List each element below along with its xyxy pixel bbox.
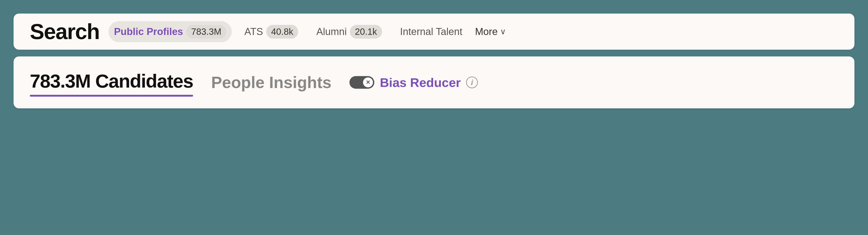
tab-public-profiles[interactable]: Public Profiles 783.3M — [108, 21, 232, 42]
toggle-x-icon: ✕ — [366, 79, 370, 86]
toggle-knob: ✕ — [363, 77, 373, 87]
bias-reducer-label: Bias Reducer — [380, 75, 461, 90]
tab-ats-count: 40.8k — [266, 25, 298, 39]
bias-reducer-section: ✕ Bias Reducer i — [349, 75, 478, 90]
candidates-card: 783.3M Candidates People Insights ✕ Bias… — [13, 57, 855, 108]
bias-reducer-toggle[interactable]: ✕ — [349, 76, 374, 89]
tab-public-profiles-label: Public Profiles — [114, 26, 183, 37]
tab-internal-talent[interactable]: Internal Talent — [395, 22, 468, 41]
tab-ats-label: ATS — [244, 26, 263, 37]
tab-alumni-count: 20.1k — [350, 25, 382, 39]
tab-alumni-label: Alumni — [316, 26, 347, 37]
tab-ats[interactable]: ATS 40.8k — [239, 21, 304, 42]
more-button[interactable]: More ∨ — [475, 22, 506, 41]
people-insights-label[interactable]: People Insights — [211, 73, 331, 92]
candidates-count: 783.3M Candidates — [30, 70, 193, 95]
tab-internal-talent-label: Internal Talent — [400, 26, 463, 37]
tab-public-profiles-count: 783.3M — [186, 25, 226, 39]
search-card: Search Public Profiles 783.3M ATS 40.8k … — [13, 13, 855, 50]
more-label: More — [475, 26, 498, 37]
candidates-count-wrapper: 783.3M Candidates — [30, 70, 193, 95]
chevron-down-icon: ∨ — [500, 27, 506, 36]
tab-alumni[interactable]: Alumni 20.1k — [311, 21, 387, 42]
page-title: Search — [30, 21, 99, 42]
tabs-row: Public Profiles 783.3M ATS 40.8k Alumni … — [108, 21, 506, 42]
bias-reducer-info-button[interactable]: i — [466, 76, 478, 88]
